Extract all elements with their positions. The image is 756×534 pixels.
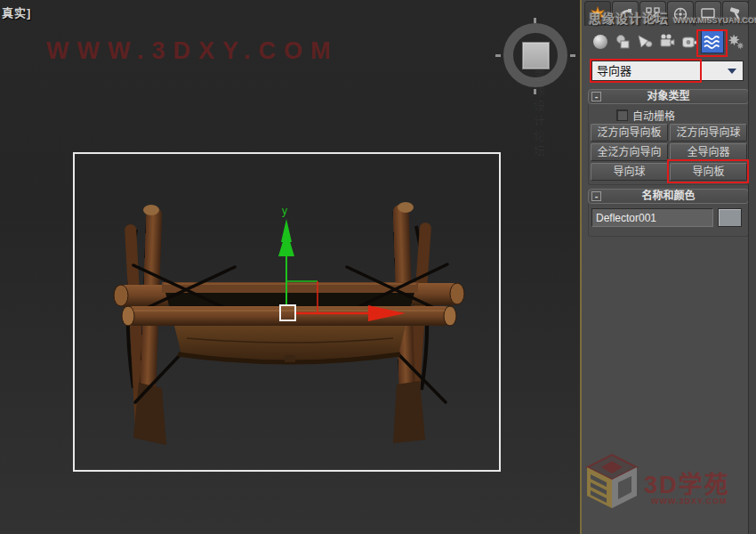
button-pomniflect[interactable]: 泛方向导向板 — [591, 124, 668, 142]
viewcube-south-notch — [534, 89, 536, 94]
y-axis-label: y — [282, 205, 287, 217]
chevron-down-icon[interactable] — [728, 69, 736, 74]
viewcube-east-notch — [570, 54, 575, 57]
tab-utilities[interactable] — [722, 1, 749, 26]
rollout-title-name-color: 名称和颜色 — [641, 190, 695, 202]
category-dropdown[interactable]: 导向器 — [591, 61, 744, 81]
cameras-icon — [658, 33, 676, 51]
rollout-title-object-type: 对象类型 — [647, 90, 689, 102]
x-axis-arrowhead — [368, 305, 406, 321]
collapse-icon[interactable]: - — [591, 191, 601, 201]
viewport-shading-label[interactable]: 真实] — [2, 4, 31, 20]
category-geometry[interactable] — [590, 31, 610, 53]
category-helpers[interactable] — [679, 31, 699, 53]
command-panel-tabs — [584, 1, 750, 26]
viewcube[interactable] — [495, 18, 576, 96]
category-dropdown-value: 导向器 — [597, 64, 631, 77]
category-shapes[interactable] — [612, 31, 632, 53]
panel-scrollbar[interactable] — [748, 0, 756, 534]
category-lights[interactable] — [634, 31, 655, 53]
button-somniflect[interactable]: 泛方向导向球 — [670, 124, 747, 142]
space-warps-icon — [703, 32, 722, 52]
helpers-icon — [680, 33, 698, 51]
systems-icon — [728, 33, 745, 51]
application-window: WWW.3DXY.COM 思缘设计论坛 — [0, 0, 756, 534]
watermark-3d-academy: 3D学苑 WWW.3DXY.COM — [583, 448, 754, 528]
tab-motion[interactable] — [667, 1, 694, 26]
hierarchy-icon — [645, 6, 661, 22]
create-category-row — [590, 30, 748, 53]
logo-title-text: 3D学苑 — [644, 465, 730, 500]
viewport-canvas[interactable]: WWW.3DXY.COM 思缘设计论坛 — [0, 0, 580, 534]
category-space-warps[interactable] — [701, 30, 724, 53]
button-uomniflect[interactable]: 全泛方向导向 — [591, 143, 668, 161]
command-panel: 思缘设计论坛 WWW.MISSYUAN.COM — [580, 0, 756, 534]
geometry-sphere-icon — [591, 33, 609, 51]
viewcube-west-notch — [495, 54, 501, 57]
rollout-header-name-color[interactable]: - 名称和颜色 — [588, 189, 749, 204]
category-cameras[interactable] — [656, 31, 677, 53]
button-udeflector[interactable]: 全导向器 — [670, 143, 747, 161]
display-icon — [700, 6, 716, 22]
transform-gizmo[interactable]: y — [0, 0, 580, 534]
viewcube-north-notch — [534, 18, 536, 23]
tab-create[interactable] — [584, 1, 611, 26]
deflector-plane-gizmo — [280, 305, 295, 320]
rollout-header-object-type[interactable]: - 对象类型 — [588, 89, 749, 104]
tab-hierarchy[interactable] — [639, 1, 666, 26]
button-deflector[interactable]: 导向板 — [670, 163, 747, 181]
category-systems[interactable] — [726, 31, 746, 53]
autogrid-row: 自动栅格 — [616, 108, 675, 123]
object-color-swatch[interactable] — [718, 208, 742, 227]
shapes-icon — [614, 33, 631, 51]
button-sdeflector[interactable]: 导向球 — [591, 163, 668, 181]
autogrid-label: 自动栅格 — [632, 108, 675, 123]
lights-icon — [636, 33, 654, 51]
utilities-icon — [728, 6, 744, 22]
viewcube-front-face[interactable] — [522, 42, 550, 69]
create-starburst-icon — [590, 6, 606, 22]
collapse-icon[interactable]: - — [591, 92, 601, 101]
tab-modify[interactable] — [612, 1, 639, 26]
modify-icon — [617, 6, 633, 22]
3d-cube-logo-icon — [585, 453, 639, 512]
motion-icon — [672, 6, 688, 22]
object-name-input[interactable] — [591, 208, 713, 227]
autogrid-checkbox[interactable] — [616, 109, 628, 121]
tab-display[interactable] — [695, 1, 721, 26]
logo-subtitle-text: WWW.3DXY.COM — [651, 497, 728, 506]
